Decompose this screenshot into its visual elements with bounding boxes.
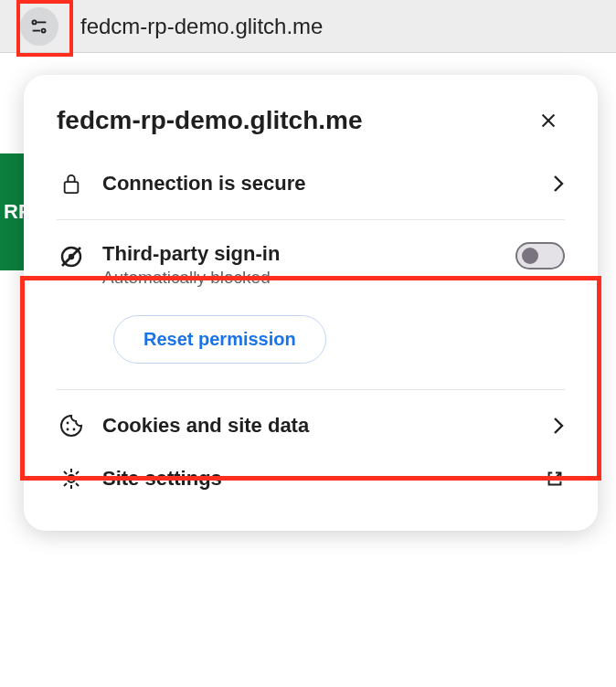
cookie-icon bbox=[57, 414, 86, 438]
site-info-panel: fedcm-rp-demo.glitch.me Connection is se… bbox=[24, 75, 598, 531]
cookies-row[interactable]: Cookies and site data bbox=[24, 399, 598, 452]
svg-line-20 bbox=[76, 471, 79, 474]
site-settings-label: Site settings bbox=[102, 467, 545, 491]
panel-title: fedcm-rp-demo.glitch.me bbox=[57, 106, 362, 135]
third-party-signin-title: Third-party sign-in bbox=[102, 242, 515, 266]
cookies-label: Cookies and site data bbox=[102, 414, 552, 438]
divider bbox=[57, 219, 565, 220]
svg-line-18 bbox=[64, 471, 67, 474]
address-bar: fedcm-rp-demo.glitch.me bbox=[0, 0, 616, 53]
third-party-signin-status: Automatically blocked bbox=[102, 268, 515, 288]
panel-header: fedcm-rp-demo.glitch.me bbox=[24, 104, 598, 157]
svg-rect-6 bbox=[65, 182, 79, 193]
url-text[interactable]: fedcm-rp-demo.glitch.me bbox=[80, 14, 323, 39]
reset-permission-button[interactable]: Reset permission bbox=[113, 315, 326, 364]
site-permissions-chip[interactable] bbox=[20, 7, 58, 46]
svg-point-3 bbox=[42, 28, 46, 32]
close-icon bbox=[538, 111, 558, 131]
svg-line-21 bbox=[64, 483, 67, 486]
gear-icon bbox=[57, 467, 86, 491]
lock-icon bbox=[57, 172, 86, 196]
site-settings-row[interactable]: Site settings bbox=[24, 452, 598, 505]
blocked-eye-icon bbox=[57, 244, 86, 270]
chevron-right-icon bbox=[552, 416, 565, 436]
svg-point-11 bbox=[67, 428, 69, 431]
tune-icon bbox=[29, 16, 49, 37]
external-link-icon bbox=[545, 469, 565, 489]
divider bbox=[57, 389, 565, 390]
svg-point-10 bbox=[67, 422, 69, 425]
svg-line-19 bbox=[76, 483, 79, 486]
svg-point-13 bbox=[68, 475, 75, 482]
toggle-knob bbox=[522, 248, 538, 264]
svg-point-12 bbox=[73, 428, 76, 431]
third-party-signin-toggle[interactable] bbox=[515, 242, 565, 270]
connection-label: Connection is secure bbox=[102, 172, 552, 196]
connection-row[interactable]: Connection is secure bbox=[24, 157, 598, 210]
chevron-right-icon bbox=[552, 174, 565, 194]
svg-point-0 bbox=[32, 20, 36, 24]
close-button[interactable] bbox=[532, 104, 565, 137]
third-party-signin-row: Third-party sign-in Automatically blocke… bbox=[24, 229, 598, 380]
svg-line-22 bbox=[554, 473, 560, 480]
